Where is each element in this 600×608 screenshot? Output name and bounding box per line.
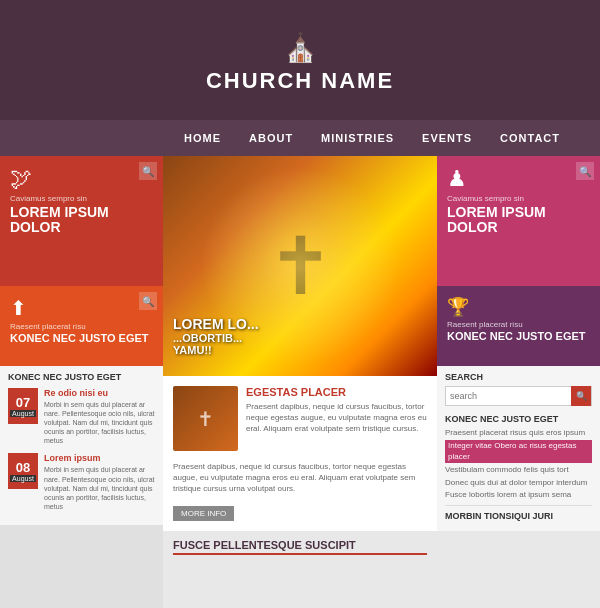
list-item[interactable]: Vestibulam commodo felis quis tort xyxy=(445,465,592,475)
post-content: Lorem ipsum Morbi in sem quis dui placer… xyxy=(44,453,155,510)
left-sidebar-orange-section: 🔍 ⬆ Raesent placerat risu KONEC NEC JUST… xyxy=(0,286,163,366)
center-column: ✝ LOREM LO... ...OBORTIB... YAMU!! ✝ EGE… xyxy=(163,156,437,608)
post-title[interactable]: Lorem ipsum xyxy=(44,453,155,463)
upload-icon: ⬆ xyxy=(10,296,153,320)
search-label: SEARCH xyxy=(445,372,592,382)
list-item[interactable]: Fusce lobortis lorem at ipsum sema xyxy=(445,490,592,500)
nav-about[interactable]: ABOUT xyxy=(235,132,307,144)
hero-text-line2: ...OBORTIB... xyxy=(173,332,259,344)
list-item[interactable]: Praesent placerat risus quis eros ipsum xyxy=(445,428,592,438)
post-text: Morbi in sem quis dui placerat ar nare. … xyxy=(44,400,155,445)
church-icon: ⛪ xyxy=(283,31,318,64)
list-item[interactable]: Integer vitae Obero ac risus egestas pla… xyxy=(445,440,592,463)
hero-text-line1: LOREM LO... xyxy=(173,316,259,332)
right-purple-big-text: KONEC NEC JUSTO EGET xyxy=(447,330,590,342)
article-text: Praesent dapibus, neque id cursus faucib… xyxy=(246,401,427,435)
post-date-box: 07 August xyxy=(8,388,38,424)
divider xyxy=(445,505,592,506)
right-search-button-top[interactable]: 🔍 xyxy=(576,162,594,180)
article-item: ✝ EGESTAS PLACER Praesent dapibus, neque… xyxy=(173,386,427,451)
left-orange-big-text: KONEC NEC JUSTO EGET xyxy=(10,332,153,344)
nav-events[interactable]: EVENTS xyxy=(408,132,486,144)
nav-home[interactable]: HOME xyxy=(170,132,235,144)
article-image: ✝ xyxy=(173,386,238,451)
hero-image: ✝ LOREM LO... ...OBORTIB... YAMU!! xyxy=(163,156,437,376)
search-go-button[interactable]: 🔍 xyxy=(571,386,591,406)
list-item: 07 August Re odio nisi eu Morbi in sem q… xyxy=(8,388,155,445)
article-title: EGESTAS PLACER xyxy=(246,386,427,398)
search-section: SEARCH 🔍 xyxy=(445,372,592,406)
main-nav: HOME ABOUT MINISTRIES EVENTS CONTACT xyxy=(0,120,600,156)
post-title[interactable]: Re odio nisi eu xyxy=(44,388,155,398)
post-date-num: 08 xyxy=(16,461,30,474)
right-top-big-text: LOREM IPSUM DOLOR xyxy=(447,205,590,236)
article-body: EGESTAS PLACER Praesent dapibus, neque i… xyxy=(246,386,427,451)
right-top-small-text: Caviamus sempro sin xyxy=(447,194,590,203)
post-date-box: 08 August xyxy=(8,453,38,489)
chess-icon: ♟ xyxy=(447,166,590,192)
left-sidebar: 🔍 🕊 Caviamus sempro sin LOREM IPSUM DOLO… xyxy=(0,156,163,608)
right-section-title: KONEC NEC JUSTO EGET xyxy=(445,414,592,424)
post-text: Morbi in sem quis dui placerat ar nare. … xyxy=(44,465,155,510)
article-section: ✝ EGESTAS PLACER Praesent dapibus, neque… xyxy=(163,376,437,531)
left-posts-title: KONEC NEC JUSTO EGET xyxy=(8,372,155,382)
nav-ministries[interactable]: MINISTRIES xyxy=(307,132,408,144)
section-title-2: FUSCE PELLENTESQUE SUSCIPIT xyxy=(173,539,427,555)
right-sidebar: 🔍 ♟ Caviamus sempro sin LOREM IPSUM DOLO… xyxy=(437,156,600,608)
list-item[interactable]: Donec quis dui at dolor tempor interdum xyxy=(445,478,592,488)
church-name: CHURCH NAME xyxy=(206,68,394,94)
post-date-num: 07 xyxy=(16,396,30,409)
post-date-month: August xyxy=(10,410,36,417)
right-sidebar-pink-section: 🔍 ♟ Caviamus sempro sin LOREM IPSUM DOLO… xyxy=(437,156,600,286)
left-orange-small-text: Raesent placerat risu xyxy=(10,322,153,331)
trophy-icon: 🏆 xyxy=(447,296,590,318)
nav-contact[interactable]: CONTACT xyxy=(486,132,574,144)
left-top-small-text: Caviamus sempro sin xyxy=(10,194,153,203)
hero-overlay-text: LOREM LO... ...OBORTIB... YAMU!! xyxy=(173,316,259,356)
right-sidebar-content: SEARCH 🔍 KONEC NEC JUSTO EGET Praesent p… xyxy=(437,366,600,531)
list-item: 08 August Lorem ipsum Morbi in sem quis … xyxy=(8,453,155,510)
left-sidebar-posts: KONEC NEC JUSTO EGET 07 August Re odio n… xyxy=(0,366,163,525)
main-layout: 🔍 🕊 Caviamus sempro sin LOREM IPSUM DOLO… xyxy=(0,156,600,608)
search-box: 🔍 xyxy=(445,386,592,406)
search-input[interactable] xyxy=(446,391,571,401)
more-info-button[interactable]: MORE INFO xyxy=(173,506,234,521)
post-content: Re odio nisi eu Morbi in sem quis dui pl… xyxy=(44,388,155,445)
hero-text-line3: YAMU!! xyxy=(173,344,259,356)
right-purple-small-text: Raesent placerat risu xyxy=(447,320,590,329)
left-sidebar-red-section: 🔍 🕊 Caviamus sempro sin LOREM IPSUM DOLO… xyxy=(0,156,163,286)
article-text-extra: Praesent dapibus, neque id cursus faucib… xyxy=(173,461,427,495)
bird-icon: 🕊 xyxy=(10,166,153,192)
right-section-title-2: MORBIN TIONSIQUI JURI xyxy=(445,511,592,521)
right-sidebar-purple-section: 🏆 Raesent placerat risu KONEC NEC JUSTO … xyxy=(437,286,600,366)
left-search-button-bottom[interactable]: 🔍 xyxy=(139,292,157,310)
left-search-button-top[interactable]: 🔍 xyxy=(139,162,157,180)
site-header: ⛪ CHURCH NAME xyxy=(0,0,600,120)
left-top-big-text: LOREM IPSUM DOLOR xyxy=(10,205,153,236)
post-date-month: August xyxy=(10,475,36,482)
